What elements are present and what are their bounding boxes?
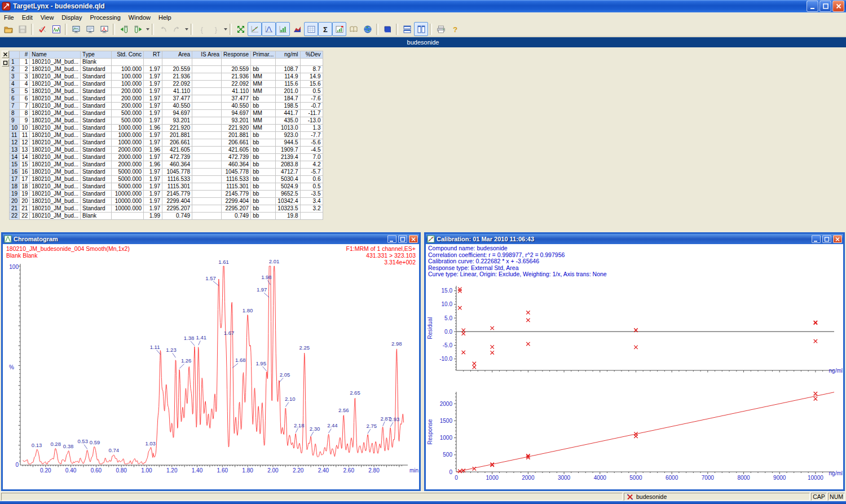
cell[interactable]: 201.881 [162,132,192,139]
cell[interactable]: Standard [81,139,112,147]
view-spectrum-button[interactable] [276,22,290,36]
table-row[interactable]: 1212180210_JM_bud...Standard1000.0001.97… [10,139,323,147]
row-header[interactable]: 19 [10,191,20,198]
residual-plot[interactable]: 15.010.05.00.0-5.0-10.0ng/mlResidual [426,279,843,386]
cell[interactable]: 2145.779 [222,191,251,198]
cell[interactable]: 9652.5 [276,191,300,198]
cell[interactable]: 10323.5 [276,205,300,213]
cell[interactable]: Standard [81,117,112,125]
chromatogram-display-button[interactable] [69,22,83,36]
cell[interactable]: 41.110 [222,88,251,95]
cell[interactable]: 1.97 [144,176,162,183]
row-header[interactable]: 22 [10,213,20,220]
row-header[interactable]: 21 [10,205,20,213]
method-editor-button[interactable] [346,22,360,36]
cell[interactable]: 180210_JM_bud... [30,59,81,66]
cell[interactable]: 21.936 [162,73,192,81]
cell[interactable]: bb [251,169,276,176]
cell[interactable]: 0.749 [162,213,192,220]
cell[interactable] [300,59,323,66]
table-row[interactable]: 1717180210_JM_bud...Standard5000.0001.97… [10,176,323,183]
cell[interactable]: -5.7 [300,169,323,176]
cell[interactable] [192,213,222,220]
tile-vertical-button[interactable] [414,22,428,36]
cell[interactable]: 500.000 [112,110,144,117]
cell[interactable]: 21.936 [222,73,251,81]
cell[interactable]: 180210_JM_bud... [30,183,81,191]
cell[interactable]: 184.7 [276,95,300,103]
table-row[interactable]: 1515180210_JM_bud...Standard2000.0001.96… [10,161,323,169]
previous-function-button[interactable]: { [195,22,209,36]
cell[interactable]: 1115.301 [162,183,192,191]
cell[interactable]: 37.477 [222,95,251,103]
cell[interactable]: 923.0 [276,132,300,139]
cell[interactable]: 441.7 [276,110,300,117]
table-row[interactable]: 11180210_JM_bud...Blank [10,59,323,66]
cell[interactable]: bb [251,205,276,213]
row-header[interactable]: 20 [10,198,20,205]
cell[interactable]: 4 [20,81,30,88]
cell[interactable]: 180210_JM_bud... [30,139,81,147]
cell[interactable]: 93.201 [162,117,192,125]
cell[interactable] [192,117,222,125]
cell[interactable]: 1000.000 [112,125,144,132]
process-samples-button[interactable] [35,22,49,36]
cell[interactable]: 1909.7 [276,147,300,154]
cell[interactable] [112,59,144,66]
row-header[interactable]: 7 [10,103,20,110]
view-chromatogram-button[interactable] [262,22,276,36]
cell[interactable]: 11 [20,132,30,139]
cell[interactable]: 180210_JM_bud... [30,205,81,213]
cell[interactable]: 20 [20,198,30,205]
previous-sample-button[interactable] [117,22,131,36]
cell[interactable]: 1.97 [144,73,162,81]
row-header[interactable]: 11 [10,132,20,139]
cell[interactable]: 19 [20,191,30,198]
cell[interactable]: Standard [81,73,112,81]
cell[interactable]: 4.2 [300,161,323,169]
cell[interactable]: 435.0 [276,117,300,125]
cell[interactable]: 100.000 [112,81,144,88]
cell[interactable]: 0.5 [300,183,323,191]
maximize-button[interactable] [819,1,831,12]
cell[interactable]: 180210_JM_bud... [30,176,81,183]
save-dataset-button[interactable] [15,22,29,36]
cell[interactable]: -7.7 [300,132,323,139]
grid-restore-button[interactable] [2,59,9,67]
cell[interactable] [162,59,192,66]
help-button[interactable]: ? [448,22,462,36]
table-row[interactable]: 88180210_JM_bud...Standard500.0001.9794.… [10,110,323,117]
cell[interactable] [192,169,222,176]
cell[interactable]: 2299.404 [162,198,192,205]
cell[interactable]: 14 [20,154,30,161]
previous-compound-button[interactable] [156,22,170,36]
cell[interactable]: 1.97 [144,191,162,198]
column-header--dev[interactable]: %Dev [300,51,323,59]
table-row[interactable]: 33180210_JM_bud...Standard100.0001.9721.… [10,73,323,81]
cell[interactable]: 1115.301 [222,183,251,191]
next-function-dropdown[interactable] [223,23,228,36]
table-row[interactable]: 2020180210_JM_bud...Standard10000.0001.9… [10,198,323,205]
cell[interactable]: 221.920 [162,125,192,132]
cell[interactable]: Standard [81,205,112,213]
table-row[interactable]: 44180210_JM_bud...Standard100.0001.9722.… [10,81,323,88]
cell[interactable]: Standard [81,198,112,205]
cell[interactable] [112,213,144,220]
cell[interactable]: 1116.533 [162,176,192,183]
cell[interactable]: 180210_JM_bud... [30,117,81,125]
row-header[interactable]: 1 [10,59,20,66]
cell[interactable]: Standard [81,183,112,191]
next-sample-dropdown[interactable] [145,23,150,36]
cell[interactable] [192,125,222,132]
cell[interactable]: 944.5 [276,139,300,147]
cell[interactable]: 1045.778 [162,169,192,176]
grid-close-button[interactable] [2,51,9,58]
cell[interactable]: 460.364 [162,161,192,169]
tile-horizontal-button[interactable] [400,22,414,36]
cell[interactable]: 5 [20,88,30,95]
cell[interactable]: MM [251,81,276,88]
table-row[interactable]: 77180210_JM_bud...Standard200.0001.9740.… [10,103,323,110]
cell[interactable]: Blank [81,213,112,220]
cell[interactable]: 1.96 [144,161,162,169]
cell[interactable]: 2295.207 [222,205,251,213]
